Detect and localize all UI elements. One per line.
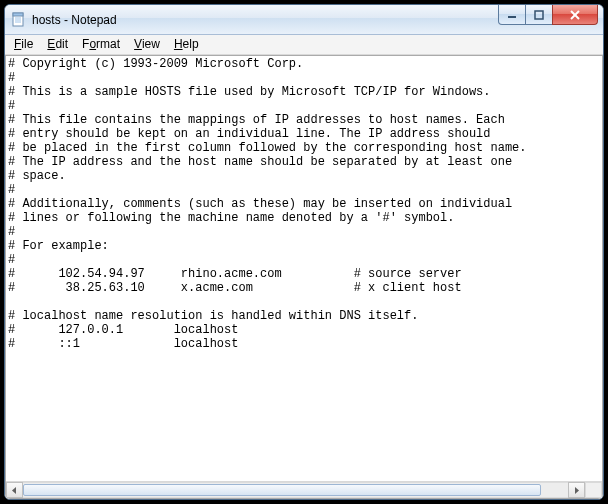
menu-edit[interactable]: Edit [40,36,75,53]
window-title: hosts - Notepad [32,13,117,27]
text-editor[interactable]: # Copyright (c) 1993-2009 Microsoft Corp… [6,56,602,481]
scroll-track[interactable] [23,482,568,498]
horizontal-scrollbar[interactable] [6,481,602,498]
close-button[interactable] [552,5,598,25]
svg-rect-1 [13,13,23,16]
svg-marker-10 [575,487,579,494]
menu-file[interactable]: File [7,36,40,53]
menu-help[interactable]: Help [167,36,206,53]
scroll-left-button[interactable] [6,482,23,498]
menu-bar: File Edit Format View Help [5,35,603,55]
notepad-window: hosts - Notepad File Edit Format View He… [4,4,604,500]
scroll-corner [585,482,602,498]
scroll-thumb[interactable] [23,484,541,496]
menu-view[interactable]: View [127,36,167,53]
svg-marker-9 [12,487,16,494]
minimize-button[interactable] [498,5,526,25]
scroll-right-button[interactable] [568,482,585,498]
maximize-button[interactable] [525,5,553,25]
menu-format[interactable]: Format [75,36,127,53]
client-area: # Copyright (c) 1993-2009 Microsoft Corp… [5,55,603,499]
svg-rect-5 [508,16,516,18]
notepad-icon [11,12,27,28]
window-controls [499,5,603,34]
svg-rect-6 [535,11,543,19]
title-bar[interactable]: hosts - Notepad [5,5,603,35]
